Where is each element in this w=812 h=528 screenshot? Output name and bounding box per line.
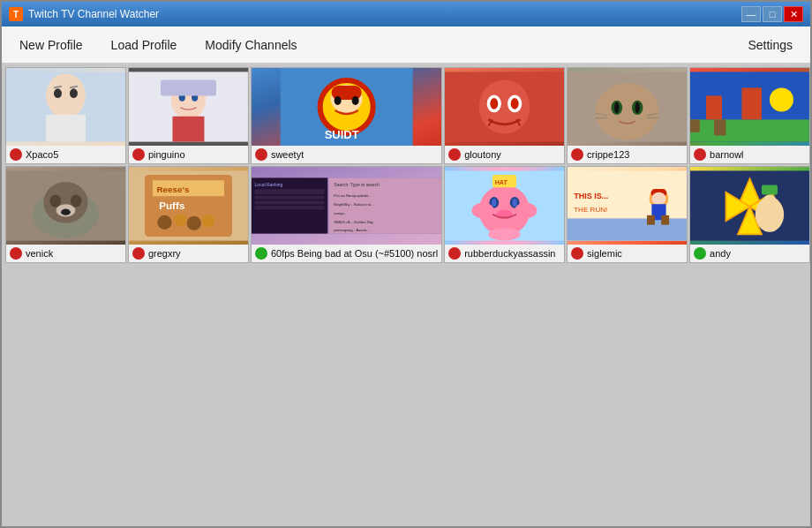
svg-rect-44 xyxy=(690,119,700,132)
channel-item[interactable]: venick xyxy=(5,166,126,263)
channel-item[interactable]: pinguino xyxy=(128,67,249,164)
channel-thumbnail: Reese's Puffs xyxy=(129,167,248,245)
svg-point-33 xyxy=(614,102,619,114)
channel-name: 60fps Being bad at Osu (~#5100) nosrl xyxy=(271,248,438,259)
svg-point-49 xyxy=(49,194,61,207)
svg-rect-66 xyxy=(254,189,324,194)
svg-point-85 xyxy=(489,228,521,240)
minimize-button[interactable]: — xyxy=(741,6,761,22)
channel-label: gregxry xyxy=(129,245,248,262)
svg-point-18 xyxy=(335,96,342,105)
svg-point-81 xyxy=(513,199,517,207)
svg-rect-40 xyxy=(690,119,809,141)
app-icon: T xyxy=(9,7,23,21)
svg-point-3 xyxy=(54,88,62,98)
svg-point-4 xyxy=(70,88,78,98)
maximize-button[interactable]: □ xyxy=(763,6,782,22)
channel-label: barnowl xyxy=(690,146,809,163)
svg-rect-42 xyxy=(742,87,762,119)
channel-name: sweetyt xyxy=(271,149,304,160)
offline-indicator xyxy=(255,148,267,161)
channel-item[interactable]: barnowl xyxy=(689,67,810,164)
channel-thumbnail xyxy=(6,68,125,146)
channel-item[interactable]: Xpaco5 xyxy=(5,67,126,164)
channel-item[interactable]: Local Ranking Search: Type to search Pet… xyxy=(251,166,442,263)
channel-thumbnail xyxy=(568,68,687,146)
svg-text:THIS IS...: THIS IS... xyxy=(574,192,608,200)
svg-rect-105 xyxy=(762,185,778,195)
channel-name: gregxry xyxy=(148,248,181,259)
channel-item[interactable]: HAT rubberduckyassassin xyxy=(444,166,565,263)
menu-bar: New Profile Load Profile Modify Channels… xyxy=(2,26,810,64)
modify-channels-button[interactable]: Modify Channels xyxy=(191,33,311,57)
offline-indicator xyxy=(571,247,583,260)
svg-point-58 xyxy=(157,215,171,230)
close-button[interactable]: ✕ xyxy=(784,6,803,22)
channels-grid: Xpaco5 pinguino SUIDT sweetyt xyxy=(5,67,810,263)
title-bar: T Twitch TV Channel Watcher — □ ✕ xyxy=(2,2,810,26)
svg-point-60 xyxy=(187,216,201,230)
svg-text:Search: Type to search: Search: Type to search xyxy=(334,182,380,187)
channel-label: pinguino xyxy=(129,146,248,163)
channel-name: pinguino xyxy=(148,149,185,160)
channel-thumbnail: THIS IS... THE RUN! xyxy=(568,167,687,245)
svg-rect-9 xyxy=(172,117,204,142)
svg-text:Reese's: Reese's xyxy=(156,185,189,194)
svg-point-80 xyxy=(492,199,496,207)
channel-label: gloutony xyxy=(445,146,564,163)
offline-indicator xyxy=(694,148,706,161)
channel-item[interactable]: THIS IS... THE RUN! siglemic xyxy=(567,166,688,263)
load-profile-button[interactable]: Load Profile xyxy=(97,33,192,57)
channel-name: gloutony xyxy=(464,149,501,160)
settings-button[interactable]: Settings xyxy=(733,33,807,57)
svg-text:Pet na Nampuyalaki...: Pet na Nampuyalaki... xyxy=(334,193,371,198)
offline-indicator xyxy=(10,247,22,260)
svg-text:SUIDT: SUIDT xyxy=(325,128,359,141)
channel-label: andy xyxy=(690,245,809,262)
channel-thumbnail xyxy=(445,68,564,146)
channel-name: Xpaco5 xyxy=(26,149,58,160)
svg-rect-68 xyxy=(254,200,324,204)
channel-name: venick xyxy=(26,248,53,259)
svg-point-94 xyxy=(651,192,665,205)
channel-label: 60fps Being bad at Osu (~#5100) nosrl xyxy=(252,245,441,262)
channel-item[interactable]: gloutony xyxy=(444,67,565,164)
svg-point-50 xyxy=(71,194,82,207)
channel-label: sweetyt xyxy=(252,146,441,163)
channel-item[interactable]: SUIDT sweetyt xyxy=(251,67,442,164)
window-controls: — □ ✕ xyxy=(741,6,803,22)
svg-rect-41 xyxy=(706,95,722,119)
offline-indicator xyxy=(10,148,22,161)
channel-name: andy xyxy=(710,248,731,259)
svg-point-26 xyxy=(511,98,519,109)
svg-text:Puffs: Puffs xyxy=(159,200,185,211)
svg-rect-96 xyxy=(647,215,655,225)
app-title: Twitch TV Channel Watcher xyxy=(28,8,741,20)
svg-point-19 xyxy=(352,96,359,105)
offline-indicator xyxy=(132,247,145,260)
channel-label: venick xyxy=(6,245,125,262)
svg-text:SMILE.dk - Golden Sky: SMILE.dk - Golden Sky xyxy=(334,220,374,224)
channel-thumbnail: Local Ranking Search: Type to search Pet… xyxy=(252,167,441,245)
svg-text:HAT: HAT xyxy=(495,178,508,186)
svg-point-22 xyxy=(479,79,530,133)
online-indicator xyxy=(255,247,267,260)
svg-point-1 xyxy=(46,73,86,117)
channel-item[interactable]: Reese's Puffs gregxry xyxy=(128,166,249,263)
svg-point-30 xyxy=(596,83,659,140)
channel-label: Xpaco5 xyxy=(6,146,125,163)
channel-item[interactable]: crippe123 xyxy=(567,67,688,164)
svg-rect-45 xyxy=(714,119,726,135)
channel-thumbnail xyxy=(690,167,809,245)
offline-indicator xyxy=(571,148,583,161)
channel-name: barnowl xyxy=(710,149,744,160)
svg-rect-97 xyxy=(661,215,669,225)
channel-item[interactable]: andy xyxy=(689,166,810,263)
new-profile-button[interactable]: New Profile xyxy=(5,33,97,57)
channel-name: rubberduckyassassin xyxy=(464,248,555,259)
svg-rect-12 xyxy=(161,79,216,95)
channel-name: siglemic xyxy=(587,248,622,259)
svg-rect-67 xyxy=(254,196,324,200)
online-indicator xyxy=(694,247,706,260)
offline-indicator xyxy=(448,247,461,260)
